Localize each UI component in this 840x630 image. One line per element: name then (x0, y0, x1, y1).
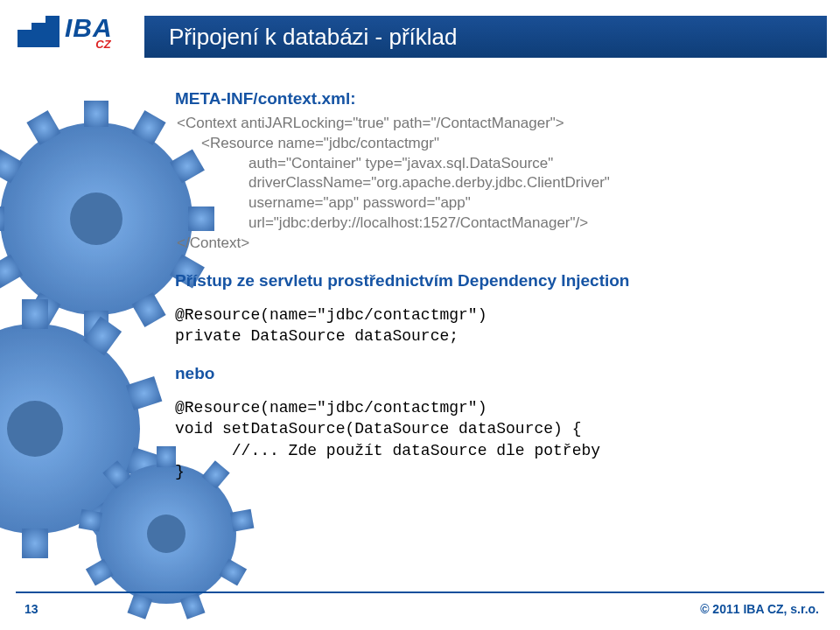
code-block-2: @Resource(name="jdbc/contactmgr") void s… (175, 397, 796, 482)
di-heading: Přístup ze servletu prostřednictvím Depe… (175, 270, 796, 292)
code-line: void setDataSource(DataSource dataSource… (175, 420, 581, 438)
xml-line: username="app" password="app" (201, 193, 471, 214)
logo-text-cz: CZ (65, 38, 111, 51)
nebo-label: nebo (175, 362, 796, 385)
xml-line: <Context antiJARLocking="true" path="/Co… (177, 115, 564, 131)
copyright: © 2011 IBA CZ, s.r.o. (700, 602, 819, 616)
xml-line: driverClassName="org.apache.derby.jdbc.C… (201, 173, 610, 193)
xml-line: url="jdbc:derby://localhost:1527/Contact… (201, 214, 588, 234)
meta-inf-heading: META-INF/context.xml: (175, 88, 796, 110)
xml-line: auth="Container" type="javax.sql.DataSou… (201, 154, 553, 174)
title-band: Připojení k databázi - příklad (144, 16, 827, 58)
logo-text-iba: IBA (65, 16, 113, 39)
page-number: 13 (24, 602, 38, 616)
xml-line: </Context> (177, 234, 249, 251)
content: META-INF/context.xml: <Context antiJARLo… (175, 88, 796, 498)
xml-block: <Context antiJARLocking="true" path="/Co… (177, 114, 796, 255)
code-line: //... Zde použít dataSource dle potřeby (175, 442, 600, 459)
footer: 13 © 2011 IBA CZ, s.r.o. (24, 602, 819, 616)
logo: IBA CZ (18, 16, 113, 51)
code-line: } (175, 463, 185, 480)
code-line: @Resource(name="jdbc/contactmgr") (175, 306, 486, 324)
code-line: @Resource(name="jdbc/contactmgr") (175, 399, 486, 416)
code-line: private DataSource dataSource; (175, 327, 458, 345)
xml-line: <Resource name="jdbc/contactmgr" (201, 135, 439, 151)
code-block-1: @Resource(name="jdbc/contactmgr") privat… (175, 304, 796, 347)
page-title: Připojení k databázi - příklad (169, 24, 458, 51)
footer-divider (16, 592, 824, 593)
